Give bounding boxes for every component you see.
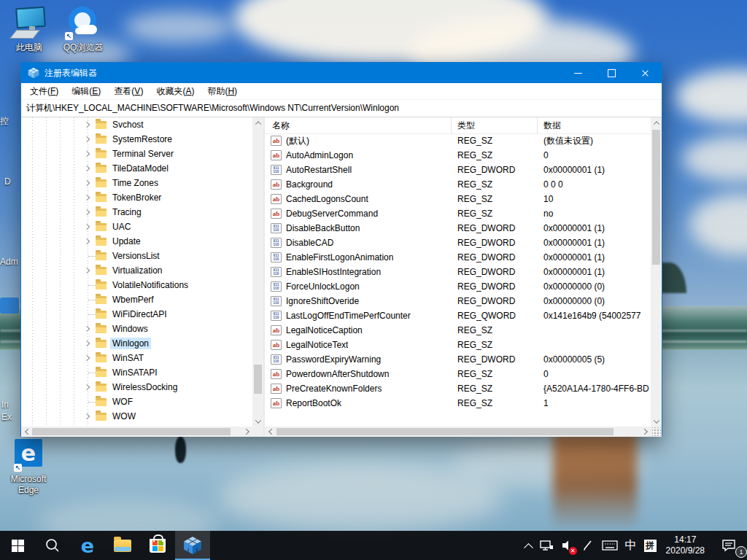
desktop-icon-edge[interactable]: e ↖ Microsoft Edge	[3, 438, 54, 496]
tree-node-systemrestore[interactable]: SystemRestore	[21, 132, 252, 147]
tree-node-svchost[interactable]: Svchost	[21, 117, 252, 132]
value-row-legalnoticetext[interactable]: abLegalNoticeTextREG_SZ	[265, 338, 651, 352]
tree-node-winsat[interactable]: WinSAT	[21, 351, 252, 365]
tree-node-windows[interactable]: Windows	[21, 322, 252, 336]
desktop-icon-qq-browser[interactable]: ↖ QQ浏览器	[57, 6, 109, 53]
expand-chevron-icon[interactable]	[82, 206, 93, 218]
value-row-enablesihostintegration[interactable]: 011110EnableSIHostIntegrationREG_DWORD0x…	[265, 265, 651, 279]
scroll-up-arrow[interactable]	[252, 117, 263, 128]
menu-favorites[interactable]: 收藏夹(A)	[150, 85, 201, 98]
expand-chevron-icon[interactable]	[82, 163, 93, 174]
network-tray-button[interactable]	[535, 531, 557, 560]
tree-node-wbemperf[interactable]: WbemPerf	[21, 292, 252, 307]
scroll-down-arrow[interactable]	[252, 416, 263, 427]
close-button[interactable]	[628, 63, 662, 83]
column-header-item[interactable]: 名称	[265, 117, 452, 133]
expand-chevron-icon[interactable]	[82, 221, 93, 233]
tree-node-time-zones[interactable]: Time Zones	[21, 176, 252, 190]
list-horizontal-scrollbar[interactable]	[265, 427, 651, 437]
scroll-right-arrow[interactable]	[640, 427, 651, 437]
expand-chevron-icon[interactable]	[82, 381, 93, 393]
menu-edit[interactable]: 编辑(E)	[65, 85, 107, 98]
volume-tray-button[interactable]: ✕	[557, 531, 578, 560]
menu-help[interactable]: 帮助(H)	[201, 85, 244, 98]
expand-chevron-icon[interactable]	[82, 411, 93, 422]
tree-node-tokenbroker[interactable]: TokenBroker	[21, 190, 252, 205]
value-row-passwordexpirywarning[interactable]: 011110PasswordExpiryWarningREG_DWORD0x00…	[265, 352, 651, 367]
menu-view[interactable]: 查看(V)	[107, 85, 150, 98]
tree-node-volatilenotifications[interactable]: VolatileNotifications	[21, 278, 252, 292]
tree-node-wifidirectapi[interactable]: WiFiDirectAPI	[21, 307, 252, 322]
scroll-right-arrow[interactable]	[241, 427, 252, 437]
value-row-enablefirstlogonanimation[interactable]: 011110EnableFirstLogonAnimationREG_DWORD…	[265, 250, 651, 265]
touch-keyboard-button[interactable]	[598, 531, 622, 560]
taskbar-edge-button[interactable]: e	[70, 531, 105, 560]
menu-file[interactable]: 文件(F)	[23, 85, 65, 98]
show-hidden-icons-button[interactable]	[522, 531, 535, 560]
action-center-button[interactable]: 1	[711, 531, 747, 560]
address-bar[interactable]: 计算机\HKEY_LOCAL_MACHINE\SOFTWARE\Microsof…	[21, 100, 662, 117]
value-row-reportbootok[interactable]: abReportBootOkREG_SZ1	[265, 396, 651, 411]
tree-vertical-scrollbar[interactable]	[252, 117, 263, 427]
value-row-background[interactable]: abBackgroundREG_SZ0 0 0	[265, 177, 651, 192]
scroll-left-arrow[interactable]	[265, 427, 276, 437]
expand-chevron-icon[interactable]	[82, 323, 93, 335]
expand-chevron-icon[interactable]	[82, 148, 93, 160]
expand-chevron-icon[interactable]	[82, 119, 93, 131]
titlebar[interactable]: 注册表编辑器	[21, 63, 662, 83]
ime-mode-indicator[interactable]: 中	[622, 531, 640, 560]
tree-node-terminal-server[interactable]: Terminal Server	[21, 147, 252, 161]
maximize-button[interactable]	[595, 63, 628, 83]
tree-node-wow[interactable]: WOW	[21, 409, 252, 424]
start-button[interactable]	[0, 531, 35, 560]
tree-node-tiledatamodel[interactable]: TileDataModel	[21, 161, 252, 176]
resize-grip[interactable]	[652, 427, 661, 436]
tree-node-winlogon[interactable]: Winlogon	[21, 336, 252, 351]
value-row-lastlogoffendtimeperfcounter[interactable]: 011110LastLogOffEndTimePerfCounterREG_QW…	[265, 308, 651, 323]
tree-node-tracing[interactable]: Tracing	[21, 205, 252, 219]
desktop-icon-this-pc[interactable]: 此电脑	[3, 6, 55, 53]
value-row-disablebackbutton[interactable]: 011110DisableBackButtonREG_DWORD0x000000…	[265, 221, 651, 236]
value-row-autoadminlogon[interactable]: abAutoAdminLogonREG_SZ0	[265, 148, 651, 163]
column-header-item[interactable]: 数据	[538, 117, 651, 133]
minimize-button[interactable]	[561, 63, 595, 83]
taskbar-regedit-button[interactable]	[175, 531, 210, 560]
taskbar-store-button[interactable]	[140, 531, 175, 560]
windows-ink-button[interactable]	[578, 531, 598, 560]
scrollbar-thumb[interactable]	[254, 365, 262, 394]
tree-node-uac[interactable]: UAC	[21, 219, 252, 234]
tree-node-update[interactable]: Update	[21, 234, 252, 249]
taskbar-search-button[interactable]	[35, 531, 70, 560]
scrollbar-thumb[interactable]	[652, 130, 660, 265]
expand-chevron-icon[interactable]	[82, 236, 93, 247]
expand-chevron-icon[interactable]	[82, 192, 93, 203]
value-row-powerdownaftershutdown[interactable]: abPowerdownAfterShutdownREG_SZ0	[265, 367, 651, 381]
expand-chevron-icon[interactable]	[82, 338, 93, 349]
tree-node-virtualization[interactable]: Virtualization	[21, 263, 252, 278]
scroll-down-arrow[interactable]	[651, 416, 662, 427]
scroll-left-arrow[interactable]	[21, 427, 32, 437]
value-row-forceunlocklogon[interactable]: 011110ForceUnlockLogonREG_DWORD0x0000000…	[265, 279, 651, 294]
tree-node-wof[interactable]: WOF	[21, 394, 252, 409]
taskbar-file-explorer-button[interactable]	[105, 531, 140, 560]
tree-node-winsatapi[interactable]: WinSATAPI	[21, 365, 252, 380]
expand-chevron-icon[interactable]	[82, 265, 93, 276]
tree-node-versionslist[interactable]: VersionsList	[21, 249, 252, 263]
value-row-cachedlogonscount[interactable]: abCachedLogonsCountREG_SZ10	[265, 192, 651, 206]
value-row-debugservercommand[interactable]: abDebugServerCommandREG_SZno	[265, 206, 651, 221]
value-row-autorestartshell[interactable]: 011110AutoRestartShellREG_DWORD0x0000000…	[265, 163, 651, 177]
scrollbar-thumb[interactable]	[32, 428, 231, 435]
value-row-item[interactable]: ab(默认)REG_SZ(数值未设置)	[265, 133, 651, 148]
ime-pinyin-indicator[interactable]: 拼	[640, 531, 660, 560]
tree-node-wirelessdocking[interactable]: WirelessDocking	[21, 380, 252, 394]
value-row-precreateknownfolders[interactable]: abPreCreateKnownFoldersREG_SZ{A520A1A4-1…	[265, 381, 651, 396]
scroll-up-arrow[interactable]	[651, 117, 662, 128]
scrollbar-thumb[interactable]	[276, 428, 614, 435]
expand-chevron-icon[interactable]	[82, 177, 93, 189]
value-row-legalnoticecaption[interactable]: abLegalNoticeCaptionREG_SZ	[265, 323, 651, 338]
value-row-disablecad[interactable]: 011110DisableCADREG_DWORD0x00000001 (1)	[265, 236, 651, 250]
clock[interactable]: 14:17 2020/9/28	[660, 531, 711, 560]
expand-chevron-icon[interactable]	[82, 352, 93, 364]
tree-horizontal-scrollbar[interactable]	[21, 427, 252, 437]
value-row-ignoreshiftoveride[interactable]: 011110IgnoreShiftOverideREG_DWORD0x00000…	[265, 294, 651, 308]
